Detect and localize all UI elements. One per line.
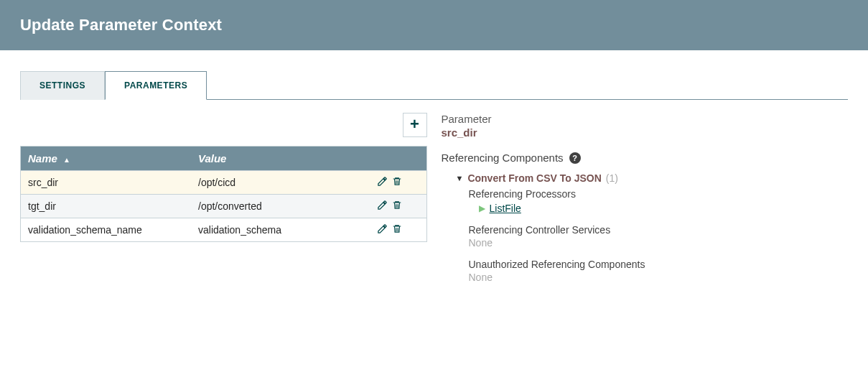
param-actions-cell <box>370 218 426 242</box>
parameter-name: src_dir <box>442 126 849 139</box>
tab-settings[interactable]: SETTINGS <box>20 71 105 100</box>
edit-icon[interactable] <box>377 176 388 187</box>
tab-parameters[interactable]: PARAMETERS <box>105 71 207 100</box>
parameters-table: Name ▲ Value src_dir/opt/cicdtgt_dir/opt… <box>20 146 427 242</box>
param-actions-cell <box>370 171 426 195</box>
processor-link[interactable]: ListFile <box>490 203 521 214</box>
process-group-name[interactable]: Convert From CSV To JSON <box>467 172 601 184</box>
edit-icon[interactable] <box>377 200 388 210</box>
column-header-name-label: Name <box>28 152 57 164</box>
param-value-cell: /opt/converted <box>191 195 370 218</box>
referencing-services-value: None <box>469 237 849 249</box>
details-panel: Parameter src_dir Referencing Components… <box>442 113 849 290</box>
param-name-cell: tgt_dir <box>21 195 192 218</box>
dialog-header: Update Parameter Context <box>0 0 868 50</box>
table-row[interactable]: tgt_dir/opt/converted <box>21 195 427 218</box>
trash-icon[interactable] <box>392 200 402 210</box>
plus-icon: + <box>410 115 419 133</box>
table-row[interactable]: src_dir/opt/cicd <box>21 171 427 195</box>
referencing-services-label: Referencing Controller Services <box>469 224 849 236</box>
unauthorized-value: None <box>469 272 849 283</box>
param-name-cell: src_dir <box>21 171 192 195</box>
referencing-processors-label: Referencing Processors <box>469 188 849 200</box>
unauthorized-label: Unauthorized Referencing Components <box>469 259 849 270</box>
param-actions-cell <box>370 195 426 218</box>
help-icon[interactable]: ? <box>569 152 581 164</box>
column-header-value[interactable]: Value <box>191 147 370 171</box>
referencing-components-label: Referencing Components <box>442 152 564 164</box>
process-group-count: (1) <box>606 172 618 184</box>
add-parameter-button[interactable]: + <box>403 113 427 137</box>
column-header-actions <box>370 147 426 171</box>
trash-icon[interactable] <box>392 223 402 234</box>
caret-down-icon[interactable]: ▼ <box>456 174 464 182</box>
param-value-cell: /opt/cicd <box>191 171 370 195</box>
sort-asc-icon: ▲ <box>63 156 70 164</box>
param-value-cell: validation_schema <box>191 218 370 242</box>
parameter-label: Parameter <box>442 113 849 125</box>
dialog-title: Update Parameter Context <box>20 16 848 34</box>
table-row[interactable]: validation_schema_namevalidation_schema <box>21 218 427 242</box>
play-icon: ▶ <box>479 203 485 213</box>
trash-icon[interactable] <box>392 176 402 187</box>
edit-icon[interactable] <box>377 223 388 234</box>
param-name-cell: validation_schema_name <box>21 218 192 242</box>
tab-bar: SETTINGS PARAMETERS <box>20 70 848 100</box>
column-header-name[interactable]: Name ▲ <box>21 147 192 171</box>
